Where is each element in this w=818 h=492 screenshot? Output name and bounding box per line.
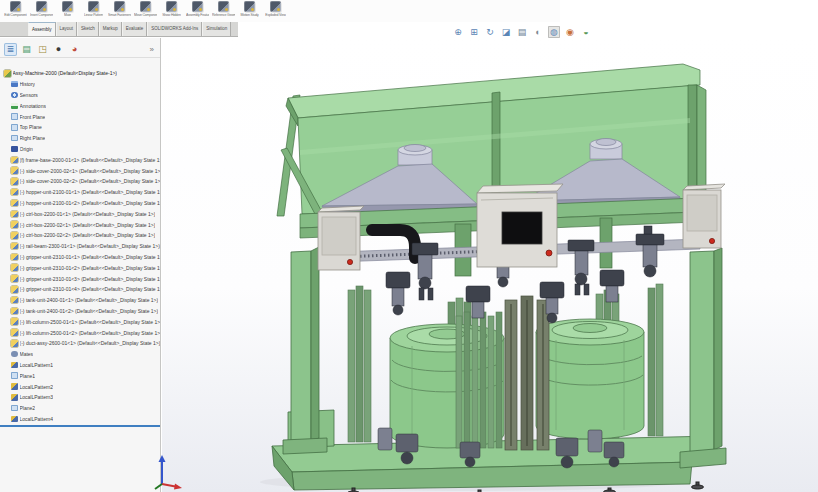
ribbon-button[interactable]: Assembly Features [186, 1, 209, 21]
ribbon-button-label: Show Hidden [162, 13, 181, 17]
tank-left[interactable] [390, 324, 504, 448]
tree-item[interactable]: Top Plane [0, 122, 160, 133]
tree-item[interactable]: (-) side-cover-2000-02<2> (Default<<Defa… [0, 176, 160, 187]
commandmanager-tab[interactable]: Simulation [202, 22, 231, 36]
smart-fasteners-icon [114, 1, 125, 12]
ribbon-button[interactable]: Linear Pattern [82, 1, 105, 21]
tree-item[interactable]: (-) gripper-unit-2310-01<2> (Default<<De… [0, 262, 160, 273]
tree-item-icon [11, 243, 18, 250]
ribbon-button[interactable]: Smart Fasteners [108, 1, 131, 21]
ribbon-button[interactable]: Motion Study [238, 1, 261, 21]
tree-item-icon [4, 70, 11, 77]
tree-item[interactable]: Plane2 [0, 403, 160, 414]
tree-item[interactable]: (-) lift-column-2500-01<1> (Default<<Def… [0, 316, 160, 327]
tree-item-label: Front Plane [20, 114, 46, 120]
previous-view-icon[interactable]: ↻ [484, 26, 496, 38]
tree-item[interactable]: Assy-Machine-2000 (Default<Display State… [0, 68, 160, 79]
tree-item[interactable]: LocalLPattern3 [0, 392, 160, 403]
tree-item[interactable]: LocalLPattern4 [0, 414, 160, 425]
tree-item-label: Right Plane [20, 135, 46, 141]
ribbon-button[interactable]: Move Component [134, 1, 157, 21]
tree-item[interactable]: (-) hopper-unit-2100-01<1> (Default<<Def… [0, 187, 160, 198]
ribbon-button[interactable]: Reference Geometry [212, 1, 235, 21]
commandmanager-tab[interactable]: Assembly [28, 22, 56, 36]
panel-collapse-chevron[interactable]: » [150, 45, 156, 54]
machine-3d-model[interactable] [162, 38, 818, 492]
tree-item-label: LocalLPattern3 [20, 394, 54, 400]
frame-column-right[interactable] [680, 248, 726, 468]
tree-item-icon [11, 286, 18, 293]
tree-item[interactable]: (-) hopper-unit-2100-01<2> (Default<<Def… [0, 198, 160, 209]
control-box-right[interactable] [683, 184, 725, 248]
tree-item[interactable]: (-) tank-unit-2400-01<2> (Default<<Defau… [0, 306, 160, 317]
ribbon: Edit Component Insert Components Mate Li… [0, 0, 560, 22]
control-box-center[interactable] [477, 184, 563, 267]
commandmanager-tab[interactable]: Evaluate [122, 22, 148, 36]
tree-item[interactable]: (-) gripper-unit-2310-01<1> (Default<<De… [0, 252, 160, 263]
ribbon-button[interactable]: Show Hidden [160, 1, 183, 21]
tree-item[interactable]: Annotations [0, 100, 160, 111]
tree-item-icon [11, 113, 18, 120]
control-box-left[interactable] [318, 206, 364, 270]
featuremanager-tab[interactable]: ≣ [4, 43, 17, 56]
tree-item[interactable]: Sensors [0, 90, 160, 101]
graphics-viewport[interactable] [162, 38, 818, 492]
tree-item[interactable]: LocalLPattern2 [0, 381, 160, 392]
ribbon-button[interactable]: Exploded View [264, 1, 287, 21]
slat-tower-left[interactable] [348, 286, 371, 442]
tree-item-label: (-) gripper-unit-2310-01<4> (Default<<De… [20, 286, 161, 292]
tree-item[interactable]: (-) gripper-unit-2310-01<4> (Default<<De… [0, 284, 160, 295]
tree-item[interactable]: Mates [0, 349, 160, 360]
display-style-icon[interactable]: ◐ [532, 26, 544, 38]
apply-scene-icon[interactable]: ◒ [580, 26, 592, 38]
tree-item[interactable]: (-) side-cover-2000-02<1> (Default<<Defa… [0, 165, 160, 176]
tree-item-label: (-) lift-column-2500-01<1> (Default<<Def… [20, 319, 161, 325]
triad-y-axis [159, 455, 166, 484]
tree-item[interactable]: (-) duct-assy-2600-01<1> (Default<<Defau… [0, 338, 160, 349]
commandmanager-tab[interactable]: Layout [56, 22, 78, 36]
tree-item[interactable]: (f) frame-base-2000-01<1> (Default<<Defa… [0, 154, 160, 165]
tree-item[interactable]: Front Plane [0, 111, 160, 122]
tree-item[interactable]: (-) ctrl-box-2200-01<1> (Default<<Defaul… [0, 208, 160, 219]
propertymanager-tab[interactable]: ▤ [20, 43, 33, 56]
zoom-to-area-icon[interactable]: ⊞ [468, 26, 480, 38]
section-view-icon[interactable]: ◪ [500, 26, 512, 38]
tree-item[interactable]: (-) ctrl-box-2200-02<2> (Default<<Defaul… [0, 230, 160, 241]
commandmanager-tab[interactable]: Sketch [77, 22, 99, 36]
dimxpertmanager-tab[interactable]: ● [52, 43, 65, 56]
tree-item-label: (-) side-cover-2000-02<2> (Default<<Defa… [20, 178, 161, 184]
commandmanager-tab[interactable]: Markup [99, 22, 122, 36]
ribbon-button-label: Reference Geometry [212, 13, 235, 17]
tank-right[interactable] [536, 319, 644, 439]
commandmanager-tab[interactable]: SOLIDWORKS Add-Ins [147, 22, 202, 36]
move-component-icon [140, 1, 151, 12]
tree-item[interactable]: (-) gripper-unit-2310-01<3> (Default<<De… [0, 273, 160, 284]
tree-item[interactable]: LocalLPattern1 [0, 360, 160, 371]
ribbon-button[interactable]: Mate [56, 1, 79, 21]
ribbon-button[interactable]: Insert Components [30, 1, 53, 21]
tree-item[interactable]: History [0, 79, 160, 90]
rollback-bar[interactable] [0, 425, 160, 427]
ribbon-button[interactable]: Edit Component [4, 1, 27, 21]
configurationmanager-tab[interactable]: ◳ [36, 43, 49, 56]
view-orientation-icon[interactable]: ▤ [516, 26, 528, 38]
tree-item[interactable]: (-) lift-column-2500-01<2> (Default<<Def… [0, 327, 160, 338]
tree-item-label: (-) duct-assy-2600-01<1> (Default<<Defau… [20, 340, 161, 346]
edit-appearance-icon[interactable]: ◉ [564, 26, 576, 38]
zoom-to-fit-icon[interactable]: ⊕ [452, 26, 464, 38]
tree-item[interactable]: (-) ctrl-box-2200-02<1> (Default<<Defaul… [0, 219, 160, 230]
tree-item[interactable]: Plane1 [0, 370, 160, 381]
tree-item[interactable]: (-) rail-beam-2300-01<1> (Default<<Defau… [0, 241, 160, 252]
slat-tower-right2[interactable] [648, 284, 663, 436]
tree-item-icon [11, 329, 18, 336]
tree-item[interactable]: (-) tank-unit-2400-01<1> (Default<<Defau… [0, 295, 160, 306]
motion-study-icon [244, 1, 255, 12]
feature-tree: Assy-Machine-2000 (Default<Display State… [0, 68, 160, 427]
displaymanager-tab[interactable]: ◕ [68, 43, 81, 56]
tree-item-icon [11, 157, 18, 164]
tree-item[interactable]: Origin [0, 144, 160, 155]
center-lift-rails[interactable] [505, 296, 549, 450]
tree-item[interactable]: Right Plane [0, 133, 160, 144]
hide-show-items-icon[interactable]: ◍ [548, 26, 560, 38]
tree-item-label: Origin [20, 146, 33, 152]
